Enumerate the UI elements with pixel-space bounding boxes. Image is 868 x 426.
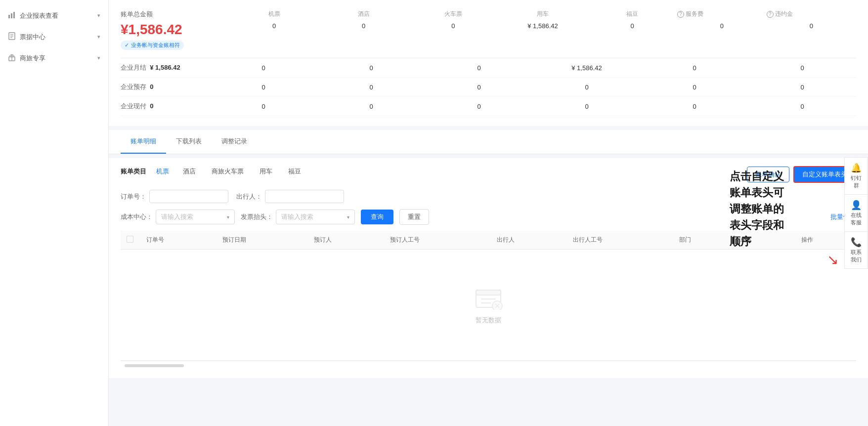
order-no-input[interactable] <box>149 190 228 203</box>
reset-button[interactable]: 重置 <box>399 209 429 225</box>
col-car-value: ¥ 1,586.42 <box>498 22 587 30</box>
invoice-placeholder: 请输入搜索 <box>281 213 313 221</box>
col-penalty-header: ? 违约金 <box>767 10 856 18</box>
tab-bill-detail[interactable]: 账单明细 <box>121 130 166 154</box>
summary-row-prepaid-label: 企业预存 0 <box>121 83 210 91</box>
penalty-question-icon[interactable]: ? <box>767 11 774 18</box>
th-traveler: 出行人 <box>491 231 567 250</box>
summary-top: 账单总金额 ¥1,586.42 ✓ 业务帐与资金账相符 机票 0 酒店 0 <box>121 10 856 50</box>
contact-us-button[interactable]: 📞 联系我们 <box>844 231 868 269</box>
cols-header: 机票 0 酒店 0 火车票 0 用车 ¥ 1,586.42 福豆 0 <box>229 10 856 30</box>
select-all-checkbox[interactable] <box>127 236 133 243</box>
dingding-icon: 🔔 <box>849 163 864 173</box>
col-fudou-header: 福豆 <box>588 10 677 18</box>
cost-center-placeholder: 请输入搜索 <box>161 213 193 221</box>
invoice-wrap: 发票抬头： 请输入搜索 ▾ <box>241 210 355 224</box>
summary-section: 账单总金额 ¥1,586.42 ✓ 业务帐与资金账相符 机票 0 酒店 0 <box>109 0 868 126</box>
bill-table-body: 暂无数据 <box>121 250 856 361</box>
query-button[interactable]: 查询 <box>361 210 393 224</box>
category-car[interactable]: 用车 <box>258 167 274 176</box>
chevron-down-icon-2: ▾ <box>97 34 100 40</box>
verified-text: 业务帐与资金账相符 <box>131 42 180 49</box>
amount-block: 账单总金额 ¥1,586.42 ✓ 业务帐与资金账相符 <box>121 10 210 50</box>
phone-icon: 📞 <box>849 237 864 248</box>
empty-state: 暂无数据 <box>127 256 850 354</box>
summary-rows: 企业月结 ¥ 1,586.42 0 0 0 ¥ 1,586.42 0 0 企业预… <box>121 58 856 116</box>
col-airticket: 机票 0 <box>229 10 319 30</box>
cost-center-select[interactable]: 请输入搜索 ▾ <box>156 210 235 224</box>
chevron-down-icon: ▾ <box>97 12 100 19</box>
receipt-icon <box>8 32 16 42</box>
category-label: 账单类目 <box>121 167 146 176</box>
action-buttons: 账单确认 自定义账单表头 <box>747 166 856 183</box>
cost-center-label: 成本中心： <box>121 213 153 221</box>
summary-row-cash-label: 企业现付 0 <box>121 102 210 111</box>
summary-row-prepaid-cols: 0 0 0 0 0 0 <box>210 84 856 91</box>
amount-label: 账单总金额 <box>121 10 210 19</box>
col-hotel: 酒店 0 <box>319 10 408 30</box>
sidebar: 企业报表查看 ▾ 票据中心 ▾ 商旅专享 ▾ <box>0 0 109 426</box>
th-traveler-id: 出行人工号 <box>567 231 674 250</box>
tabs: 账单明细 下载列表 调整记录 <box>121 130 856 154</box>
col-fudou: 福豆 0 <box>588 10 677 30</box>
filter-section: 账单类目 机票 酒店 商旅火车票 用车 福豆 账单确认 自定义账单表头 订单号：… <box>109 158 868 378</box>
traveler-field: 出行人： <box>236 190 344 203</box>
bill-confirm-button[interactable]: 账单确认 <box>747 167 789 182</box>
traveler-input[interactable] <box>265 190 344 203</box>
service-label: 在线客服 <box>851 212 862 225</box>
empty-cell: 暂无数据 <box>121 250 856 361</box>
sidebar-item-receipts-label: 票据中心 <box>20 33 45 42</box>
invoice-chevron-icon: ▾ <box>347 214 349 220</box>
th-order-no: 订单号 <box>140 231 217 250</box>
chevron-down-icon-3: ▾ <box>97 55 100 61</box>
col-service-fee-header: ? 服务费 <box>677 10 767 18</box>
col-service-fee: ? 服务费 0 <box>677 10 767 30</box>
col-train: 火车票 0 <box>408 10 498 30</box>
th-checkbox <box>121 231 140 250</box>
total-amount: 1,586.42 <box>129 22 182 37</box>
th-booker-id: 预订人工号 <box>384 231 491 250</box>
col-airticket-header: 机票 <box>229 10 319 18</box>
check-icon: ✓ <box>125 42 129 48</box>
sidebar-item-travel[interactable]: 商旅专享 ▾ <box>0 47 108 69</box>
svg-rect-1 <box>11 13 12 18</box>
invoice-label: 发票抬头： <box>241 213 273 221</box>
category-hotel[interactable]: 酒店 <box>181 167 198 176</box>
empty-icon <box>474 285 503 310</box>
col-train-header: 火车票 <box>408 10 498 18</box>
category-fudou[interactable]: 福豆 <box>286 167 303 176</box>
main-content: 账单总金额 ¥1,586.42 ✓ 业务帐与资金账相符 机票 0 酒店 0 <box>109 0 868 426</box>
summary-row-prepaid: 企业预存 0 0 0 0 0 0 0 <box>121 78 856 97</box>
service-icon: 👤 <box>849 200 864 211</box>
traveler-label: 出行人： <box>236 192 262 201</box>
cost-invoice-row: 成本中心： 请输入搜索 ▾ 发票抬头： 请输入搜索 ▾ 查询 重置 批量修改 <box>121 209 856 225</box>
category-airticket[interactable]: 机票 <box>156 167 169 176</box>
tab-adjustment-records[interactable]: 调整记录 <box>212 130 257 154</box>
col-service-fee-value: 0 <box>677 22 767 30</box>
category-train[interactable]: 商旅火车票 <box>210 167 246 176</box>
scroll-bar[interactable] <box>125 364 184 367</box>
contact-label: 联系我们 <box>851 249 862 262</box>
bill-table-header: 订单号 预订日期 预订人 预订人工号 出行人 出行人工号 部门 成本 操作 <box>121 231 856 250</box>
dingding-button[interactable]: 🔔 钉钉群 <box>844 157 868 194</box>
currency-symbol: ¥ <box>121 22 129 37</box>
gift-icon <box>8 53 16 63</box>
th-dept: 部门 <box>673 231 734 250</box>
svg-rect-0 <box>8 15 10 18</box>
float-buttons: 🔔 钉钉群 👤 在线客服 📞 联系我们 <box>844 157 868 269</box>
sidebar-item-reports[interactable]: 企业报表查看 ▾ <box>0 5 108 26</box>
service-fee-question-icon[interactable]: ? <box>677 11 684 18</box>
sidebar-item-receipts[interactable]: 票据中心 ▾ <box>0 26 108 47</box>
svg-rect-11 <box>476 290 501 295</box>
summary-row-monthly-cols: 0 0 0 ¥ 1,586.42 0 0 <box>210 64 856 72</box>
online-service-button[interactable]: 👤 在线客服 <box>844 194 868 231</box>
scroll-bar-wrap <box>121 361 856 370</box>
col-hotel-header: 酒店 <box>319 10 408 18</box>
summary-row-monthly-label: 企业月结 ¥ 1,586.42 <box>121 63 210 72</box>
tab-download-list[interactable]: 下载列表 <box>166 130 212 154</box>
bill-table-wrap: 订单号 预订日期 预订人 预订人工号 出行人 出行人工号 部门 成本 操作 <box>121 231 856 361</box>
col-fudou-value: 0 <box>588 22 677 30</box>
invoice-select[interactable]: 请输入搜索 ▾ <box>276 210 355 224</box>
summary-row-cash-cols: 0 0 0 0 0 0 <box>210 103 856 110</box>
sidebar-item-travel-label: 商旅专享 <box>20 54 45 63</box>
